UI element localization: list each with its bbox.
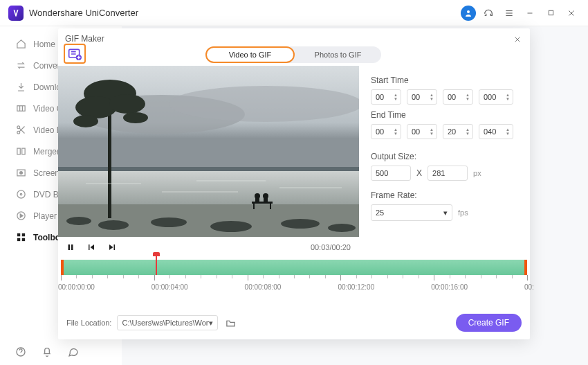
compress-icon — [15, 103, 26, 114]
tab-video-to-gif[interactable]: Video to GIF — [205, 46, 295, 63]
svg-point-10 — [17, 131, 19, 134]
svg-rect-21 — [21, 238, 24, 241]
sidebar-item-label: Player — [33, 211, 57, 221]
svg-rect-59 — [114, 244, 116, 250]
svg-point-34 — [98, 220, 129, 230]
svg-point-9 — [17, 126, 19, 129]
svg-point-15 — [17, 190, 24, 198]
svg-rect-8 — [17, 106, 24, 112]
app-logo — [8, 6, 24, 21]
download-icon — [15, 82, 26, 92]
settings-form: Start Time 00▲▼ 00▲▼ 00▲▼ 000▲▼ End Time… — [371, 70, 522, 221]
fps-unit: fps — [458, 208, 468, 217]
svg-rect-19 — [21, 233, 24, 236]
account-avatar[interactable] — [461, 6, 476, 21]
player-time: 00:03/00:20 — [311, 243, 351, 251]
svg-rect-49 — [255, 197, 259, 203]
svg-point-16 — [20, 193, 22, 195]
output-width[interactable] — [371, 166, 411, 181]
svg-rect-12 — [21, 148, 24, 154]
grid-icon — [15, 232, 26, 242]
end-ms[interactable]: 040▲▼ — [479, 124, 513, 139]
svg-point-33 — [66, 217, 91, 225]
output-size-label: Output Size: — [371, 152, 522, 161]
svg-rect-18 — [17, 233, 19, 236]
player-controls: 00:03/00:20 — [58, 237, 359, 258]
feedback-icon[interactable] — [68, 346, 79, 357]
svg-rect-30 — [58, 170, 359, 204]
svg-rect-58 — [89, 244, 90, 250]
svg-point-29 — [169, 86, 359, 122]
frame-rate-select[interactable]: 25 ▾ — [371, 204, 452, 221]
end-minutes[interactable]: 00▲▼ — [407, 124, 437, 139]
start-seconds[interactable]: 00▲▼ — [443, 89, 473, 105]
window-minimize[interactable] — [522, 5, 538, 21]
record-icon — [15, 168, 26, 178]
file-location-select[interactable]: C:\Users\ws\Pictures\Wonders ▾ — [117, 315, 218, 330]
svg-rect-20 — [17, 238, 19, 241]
chevron-down-icon: ▾ — [209, 319, 213, 328]
svg-rect-56 — [68, 244, 71, 250]
ruler-label: 00:00:04:00 — [151, 283, 188, 291]
ruler-label: 00:00:16:00 — [431, 283, 468, 291]
output-height[interactable] — [428, 166, 468, 181]
window-close[interactable] — [563, 5, 580, 21]
window-maximize[interactable] — [542, 5, 559, 21]
add-file-button[interactable] — [64, 44, 86, 64]
convert-icon — [15, 60, 26, 71]
play-icon — [15, 211, 26, 221]
mode-segmented: Video to GIF Photos to GIF — [205, 46, 381, 63]
svg-rect-39 — [108, 107, 111, 218]
start-time-label: Start Time — [371, 75, 522, 85]
file-location-label: File Location: — [66, 319, 111, 327]
svg-rect-46 — [253, 204, 255, 209]
home-icon — [15, 39, 26, 49]
times-label: X — [416, 168, 422, 178]
svg-point-35 — [151, 217, 187, 227]
start-hours[interactable]: 00▲▼ — [371, 89, 401, 105]
headset-icon[interactable] — [480, 5, 497, 21]
close-icon[interactable] — [511, 33, 524, 46]
help-icon[interactable] — [15, 346, 26, 357]
svg-rect-47 — [270, 204, 271, 209]
svg-rect-45 — [252, 202, 273, 204]
ruler-label: 00: — [524, 283, 534, 291]
end-seconds[interactable]: 20▲▼ — [443, 124, 473, 139]
svg-rect-11 — [17, 148, 19, 154]
app-name: Wondershare UniConverter — [29, 8, 138, 18]
prev-frame-button[interactable] — [87, 243, 95, 251]
end-time-label: End Time — [371, 110, 522, 120]
open-folder-button[interactable] — [223, 316, 237, 330]
sidebar-item-label: Merger — [33, 147, 59, 157]
timeline[interactable]: 00:00:00:0000:00:04:0000:00:08:0000:00:1… — [58, 260, 530, 299]
end-hours[interactable]: 00▲▼ — [371, 124, 401, 139]
create-gif-button[interactable]: Create GIF — [456, 314, 522, 332]
down-icon: ▼ — [394, 97, 398, 101]
ruler-label: 00:00:12:00 — [338, 283, 374, 291]
svg-point-14 — [19, 172, 22, 175]
start-minutes[interactable]: 00▲▼ — [407, 89, 437, 105]
timeline-selection[interactable] — [61, 260, 527, 275]
ruler-label: 00:00:00:00 — [58, 283, 95, 291]
svg-point-42 — [109, 94, 145, 114]
pause-button[interactable] — [66, 243, 75, 251]
scissors-icon — [15, 125, 26, 135]
svg-rect-51 — [264, 197, 268, 203]
sidebar-item-label: Home — [33, 39, 55, 49]
ruler-label: 00:00:08:00 — [245, 283, 282, 291]
menu-icon[interactable] — [501, 5, 517, 21]
modal-title: GIF Maker — [65, 34, 104, 44]
next-frame-button[interactable] — [108, 243, 116, 251]
svg-point-0 — [467, 10, 470, 13]
bottom-bar — [0, 339, 79, 365]
title-bar: Wondershare UniConverter — [0, 0, 588, 26]
playhead[interactable] — [156, 256, 157, 275]
tab-photos-to-gif[interactable]: Photos to GIF — [295, 46, 381, 63]
video-preview[interactable] — [58, 66, 359, 237]
timeline-ruler: 00:00:00:0000:00:04:0000:00:08:0000:00:1… — [61, 275, 527, 296]
start-ms[interactable]: 000▲▼ — [479, 89, 513, 105]
merge-icon — [15, 146, 26, 157]
bell-icon[interactable] — [42, 346, 53, 357]
svg-point-37 — [281, 219, 320, 229]
px-unit: px — [473, 169, 481, 177]
